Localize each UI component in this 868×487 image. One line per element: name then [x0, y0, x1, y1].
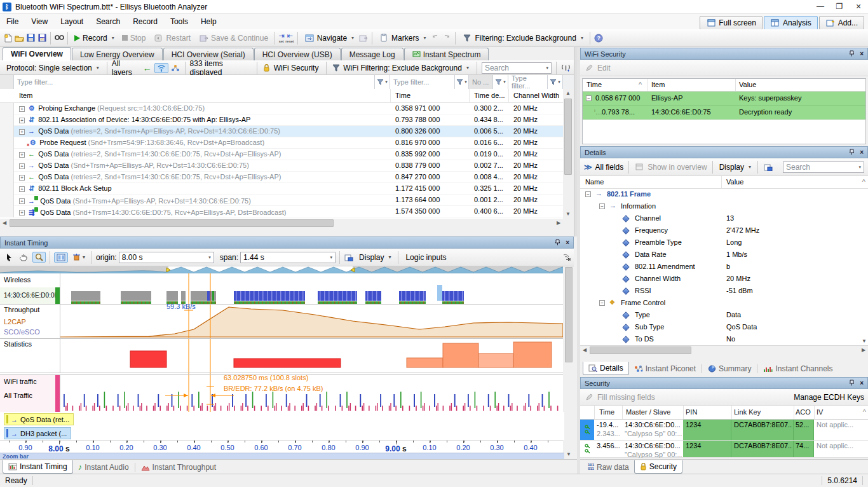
device-address-label[interactable]: 14:30:C6:6E:D0:0D	[4, 292, 59, 299]
wifi-layer-toggle[interactable]	[154, 63, 168, 73]
timing-vscrollbar[interactable]: ▼	[564, 266, 574, 459]
save-icon[interactable]	[25, 33, 36, 43]
expand-icon[interactable]: +	[19, 210, 25, 216]
close-button[interactable]: ×	[849, 1, 868, 13]
origin-input[interactable]: 8.00 s▾	[119, 252, 214, 263]
security-scroll-up-icon[interactable]: ^	[863, 408, 866, 416]
details-search-input[interactable]: Search▾	[783, 161, 864, 173]
expand-icon[interactable]: +	[19, 175, 25, 181]
details-tree-row[interactable]: Frequency2'472 MHz	[580, 225, 868, 237]
details-tree-row[interactable]: −❖Frame Control	[580, 298, 868, 310]
show-in-overview-button[interactable]: Show in overview	[648, 163, 707, 172]
sec-col-aco[interactable]: ACO	[796, 408, 811, 416]
logic-inputs-button[interactable]: Logic inputs	[402, 252, 449, 263]
all-fields-button[interactable]: All fields	[595, 163, 624, 172]
details-tree-row[interactable]: Data Rate1 Mb/s	[580, 249, 868, 261]
expand-icon[interactable]: +	[19, 106, 25, 112]
details-tree-row[interactable]: Preamble TypeLong	[580, 237, 868, 249]
details-tree-row[interactable]: −→Information	[580, 201, 868, 213]
l2cap-label[interactable]: L2CAP	[4, 318, 26, 326]
details-tree-row[interactable]: To DSNo	[580, 334, 868, 346]
expand-icon[interactable]: +	[19, 198, 25, 204]
zoom-overview-strip[interactable]	[0, 266, 563, 273]
table-row[interactable]: + → QoS Data (Snd+Trsm+Ap=Ellisys-AP, Rc…	[0, 160, 563, 172]
details-tree-row[interactable]: 802.11 Amendmentb	[580, 261, 868, 273]
ws-col-time[interactable]: Time	[587, 81, 602, 88]
save-all-icon[interactable]: ✓	[37, 33, 47, 43]
packet-label-qos[interactable]: →QoS Data (ret...	[4, 413, 74, 425]
edit-button[interactable]: Edit	[597, 64, 611, 72]
sco-esco-label[interactable]: SCO/eSCO	[4, 328, 40, 336]
wifi-security-row[interactable]: 0.793 78...ⁱ…14:30:C6:6E:D0:75Decryption…	[583, 106, 865, 120]
marker-add-icon[interactable]	[70, 252, 88, 263]
pin-icon[interactable]	[849, 149, 855, 156]
details-save-icon[interactable]	[763, 162, 773, 172]
width-filter-input[interactable]: Type filter...	[508, 75, 548, 89]
menu-help[interactable]: Help	[194, 14, 223, 29]
details-col-name[interactable]: Name	[585, 178, 604, 186]
pin-icon[interactable]	[849, 50, 855, 57]
table-row[interactable]: + ⇶ QoS Data (Snd+Trsm=14:30:C6:6E:D0:75…	[0, 206, 563, 217]
table-row[interactable]: ⚙x Probe Request (Snd+Trsm=54:9F:13:68:3…	[0, 137, 563, 149]
sec-col-master-slave[interactable]: Master / Slave	[626, 408, 670, 416]
trigger-set-icon[interactable]: ⇥set	[278, 32, 284, 43]
new-file-icon[interactable]	[3, 33, 13, 43]
expand-icon[interactable]: +	[19, 118, 25, 123]
wifi-security-button[interactable]: WiFi Security	[274, 62, 322, 74]
tab-instant-spectrum[interactable]: Instant Spectrum	[404, 48, 489, 60]
details-col-value[interactable]: Value	[726, 178, 743, 186]
tab-security[interactable]: Security	[634, 460, 682, 474]
table-row[interactable]: + ⚙ Probing Exchange (Request src:=14:30…	[0, 103, 563, 114]
tab-instant-channels[interactable]: Instant Channels	[758, 362, 837, 375]
columns-view-icon[interactable]	[54, 252, 68, 263]
width-filter-funnel[interactable]	[548, 75, 563, 89]
full-screen-button[interactable]: Full screen	[700, 16, 763, 30]
col-item[interactable]: Item	[19, 92, 32, 99]
table-vscrollbar[interactable]: ▲ ▼	[563, 89, 574, 219]
menu-search[interactable]: Search	[90, 14, 126, 29]
close-panel-icon[interactable]: ×	[860, 149, 864, 156]
table-row[interactable]: + → QoS Data (retries=2, Snd+Trsm+Ap=Ell…	[0, 126, 563, 137]
markers-button[interactable]: Markers	[376, 32, 429, 45]
stop-button[interactable]: Stop	[119, 32, 149, 44]
previous-marker-icon[interactable]	[430, 33, 440, 43]
time-filter-input[interactable]: Type filter...	[390, 75, 455, 89]
display-save-icon[interactable]	[344, 252, 354, 263]
details-tree-row[interactable]: Channel13	[580, 213, 868, 225]
details-tree-row[interactable]: Sub TypeQoS Data	[580, 322, 868, 334]
add-layout-button[interactable]: ★Add...	[819, 16, 864, 30]
fill-missing-fields-button[interactable]: Fill missing fields	[597, 393, 655, 402]
restart-button[interactable]: Restart	[150, 32, 194, 45]
col-time[interactable]: Time	[395, 92, 410, 99]
tab-instant-piconet[interactable]: Instant Piconet	[629, 362, 701, 375]
help-icon[interactable]: ?	[593, 33, 604, 43]
table-row[interactable]: + → QoS Data (Snd+Trsm+Ap=Ellisys-AP, Rc…	[0, 195, 563, 206]
pin-icon[interactable]	[555, 239, 560, 246]
details-tree-row[interactable]: Channel Width20 MHz	[580, 273, 868, 285]
select-tool-icon[interactable]	[3, 252, 15, 263]
ws-col-item[interactable]: Item	[651, 81, 665, 88]
details-hscrollbar[interactable]: ◀ ▶	[580, 346, 868, 355]
open-file-icon[interactable]	[14, 33, 24, 43]
tab-details[interactable]: Details	[583, 362, 629, 375]
navigate-next-icon[interactable]	[358, 33, 369, 43]
zoom-tool-icon[interactable]	[32, 252, 46, 263]
collapse-icon[interactable]: −	[585, 191, 591, 197]
close-panel-icon[interactable]: ×	[566, 239, 569, 246]
menu-file[interactable]: File	[0, 14, 25, 29]
col-time-delta[interactable]: Time de...	[474, 92, 505, 99]
tab-hci-overview-usb-[interactable]: HCI Overview (USB)	[254, 48, 341, 60]
it-display-button[interactable]: Display	[356, 252, 394, 263]
manage-ecdh-keys-button[interactable]: Manage ECDH Keys	[794, 393, 864, 402]
filtering-button[interactable]: Filtering: Exclude Background	[459, 32, 586, 45]
security-row[interactable]: -19.4...2.343...14:30:C6:6E:D0..."Calyps…	[580, 420, 868, 441]
tab-message-log[interactable]: Message Log	[341, 48, 403, 60]
col-channel-width[interactable]: Channel Width	[513, 92, 559, 99]
sec-col-iv[interactable]: IV	[817, 408, 823, 416]
navigate-button[interactable]: Navigate	[301, 32, 357, 45]
security-row[interactable]: 3.456...14:30:C6:6E:D0..."Calypso Sp" 00…	[580, 441, 868, 458]
close-panel-icon[interactable]: ×	[860, 380, 864, 387]
table-hscrollbar[interactable]: ◀ ▶	[0, 219, 563, 228]
ws-col-value[interactable]: Value	[739, 81, 756, 88]
close-panel-icon[interactable]: ×	[860, 50, 864, 57]
